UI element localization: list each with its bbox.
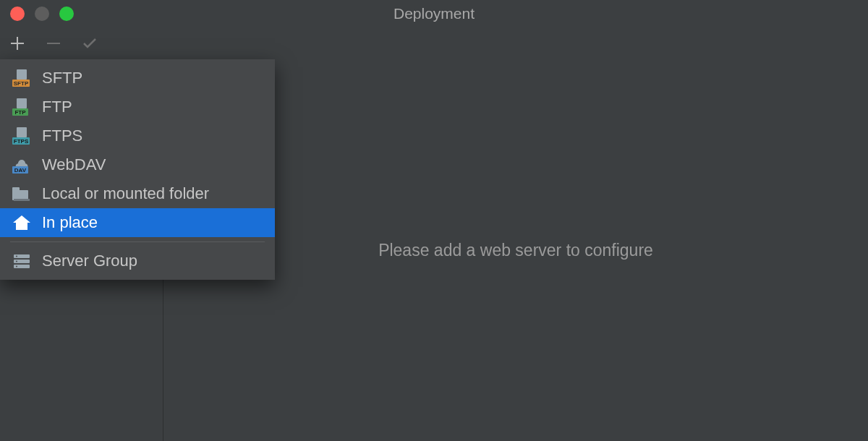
titlebar: Deployment — [0, 0, 868, 27]
apply-button[interactable] — [80, 33, 100, 53]
window-title: Deployment — [0, 5, 868, 22]
plus-icon — [9, 35, 25, 51]
menu-item-webdav[interactable]: DAV WebDAV — [0, 150, 275, 179]
svg-point-17 — [16, 256, 17, 257]
svg-point-18 — [16, 261, 17, 262]
home-icon — [12, 214, 32, 231]
webdav-icon: DAV — [12, 156, 32, 174]
menu-item-label: FTPS — [42, 127, 82, 145]
svg-text:SFTP: SFTP — [14, 80, 29, 87]
menu-item-label: FTP — [42, 98, 72, 116]
menu-item-in-place[interactable]: In place — [0, 208, 275, 237]
remove-button[interactable] — [43, 33, 64, 53]
close-window-button[interactable] — [10, 7, 25, 21]
svg-text:FTP: FTP — [14, 109, 26, 116]
minus-icon — [46, 35, 61, 51]
svg-rect-0 — [17, 69, 27, 80]
menu-item-local-folder[interactable]: Local or mounted folder — [0, 179, 275, 208]
toolbar — [0, 27, 868, 59]
folder-icon — [12, 185, 32, 202]
svg-rect-12 — [12, 187, 20, 192]
svg-text:FTPS: FTPS — [14, 138, 29, 145]
svg-rect-6 — [17, 127, 27, 137]
menu-item-ftp[interactable]: FTP FTP — [0, 93, 275, 121]
svg-rect-3 — [17, 98, 27, 108]
menu-separator — [10, 241, 265, 242]
window-controls — [10, 7, 74, 21]
menu-item-label: In place — [42, 213, 98, 232]
menu-item-label: SFTP — [42, 69, 82, 87]
menu-item-server-group[interactable]: Server Group — [0, 247, 275, 275]
minimize-window-button[interactable] — [35, 7, 49, 21]
add-server-menu: SFTP SFTP FTP FTP FTPS FTPS — [0, 59, 275, 280]
ftps-icon: FTPS — [12, 127, 32, 145]
menu-item-label: Server Group — [42, 252, 137, 270]
svg-rect-11 — [12, 190, 28, 200]
add-button[interactable] — [7, 33, 27, 53]
zoom-window-button[interactable] — [59, 7, 74, 21]
svg-rect-13 — [14, 199, 30, 201]
empty-state-text: Please add a web server to configure — [378, 241, 653, 260]
svg-text:DAV: DAV — [14, 167, 27, 174]
check-icon — [81, 35, 98, 52]
menu-item-label: WebDAV — [42, 155, 106, 174]
menu-item-ftps[interactable]: FTPS FTPS — [0, 121, 275, 150]
server-group-icon — [12, 252, 32, 270]
ftp-icon: FTP — [12, 98, 32, 116]
menu-item-label: Local or mounted folder — [42, 184, 209, 203]
sftp-icon: SFTP — [12, 69, 32, 87]
svg-point-19 — [16, 266, 17, 267]
menu-item-sftp[interactable]: SFTP SFTP — [0, 64, 275, 93]
